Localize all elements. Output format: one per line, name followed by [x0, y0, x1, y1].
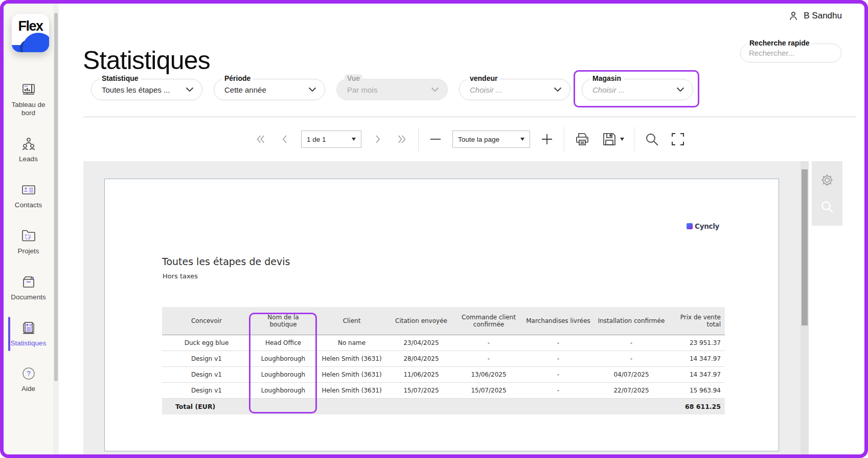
sidebar-item-projets[interactable]: Projets [4, 228, 53, 255]
active-indicator [8, 317, 10, 352]
table-cell: 15/07/2025 [454, 383, 523, 399]
next-page-icon [371, 133, 384, 146]
table-cell: No name [315, 335, 388, 351]
sidebar-item-documents[interactable]: Documents [4, 274, 53, 301]
filter-value: Cette année [224, 85, 304, 94]
column-header: Marchandises livrées [523, 307, 593, 335]
chevron-down-icon [431, 87, 439, 92]
zoom-select[interactable]: Toute la page [452, 130, 530, 148]
fullscreen-button[interactable] [669, 130, 687, 148]
chevron-down-icon [554, 87, 562, 92]
table-cell: - [593, 351, 669, 367]
table-cell: Helen Smith (3631) [315, 351, 388, 367]
filter-value: Toutes les étapes ... [102, 85, 181, 94]
table-cell: - [523, 351, 593, 367]
report-subtitle: Hors taxes [163, 272, 198, 280]
page-select-value: 1 de 1 [307, 136, 326, 143]
table-cell: 23/04/2025 [388, 335, 454, 351]
table-cell: Helen Smith (3631) [315, 383, 388, 399]
total-label: Total (EUR) [162, 399, 669, 415]
filter-vendeur[interactable]: vendeur Choisir ... [459, 79, 570, 100]
column-header: Installation confirmée [593, 307, 669, 335]
column-header: Client [315, 307, 388, 335]
table-cell: Loughborough [251, 351, 315, 367]
print-button[interactable] [573, 130, 591, 148]
zoom-in-button[interactable] [539, 131, 555, 147]
fullscreen-icon [670, 132, 686, 147]
user-name: B Sandhu [804, 11, 842, 21]
search-report-button[interactable] [643, 130, 660, 148]
user-menu[interactable]: B Sandhu [788, 10, 842, 21]
documents-icon [20, 274, 37, 290]
table-cell: Duck egg blue [162, 335, 251, 351]
report-canvas: Cyncly Toutes les étapes de devis Hors t… [83, 161, 801, 454]
table-cell: - [593, 335, 669, 351]
caret-down-icon [352, 138, 356, 141]
toolbar-separator [564, 127, 564, 151]
report-table: Concevoir Nom de la boutique Client Cita… [162, 307, 725, 415]
column-header: Citation envoyée [388, 307, 454, 335]
zoom-out-icon [428, 132, 443, 146]
save-icon [601, 131, 618, 147]
filter-label: Période [222, 74, 253, 82]
gear-icon[interactable] [819, 172, 835, 188]
page-select[interactable]: 1 de 1 [301, 130, 361, 148]
quick-search-label: Recherche rapide [747, 39, 812, 47]
filter-statistique[interactable]: Statistique Toutes les étapes ... [91, 79, 202, 100]
sidebar-item-label: Statistiques [9, 339, 49, 347]
table-cell: Design v1 [162, 383, 251, 399]
chevron-down-icon [308, 87, 316, 92]
cyncly-logo: Cyncly [687, 222, 719, 230]
filter-label: vendeur [467, 74, 500, 82]
first-page-button[interactable] [253, 132, 268, 147]
sidebar-item-leads[interactable]: Leads [4, 136, 53, 163]
report-viewer: 1 de 1 Toute la page [83, 117, 856, 454]
flex-logo[interactable]: Flex [12, 14, 49, 52]
table-cell: 22/07/2025 [593, 383, 669, 399]
cyncly-logo-icon [687, 223, 693, 229]
caret-down-icon [520, 138, 524, 141]
zoom-select-value: Toute la page [458, 136, 499, 143]
table-cell: 23 951.37 [669, 335, 725, 351]
filter-vue: Vue Par mois [336, 79, 448, 100]
table-cell: Loughborough [251, 367, 315, 383]
dashboard-icon [20, 81, 37, 98]
table-total-row: Total (EUR) 68 611.25 [162, 399, 725, 415]
table-cell: Design v1 [162, 367, 251, 383]
sidebar-item-contacts[interactable]: Contacts [4, 182, 53, 209]
app-scrollbar-thumb[interactable] [54, 13, 58, 381]
next-page-button[interactable] [370, 132, 385, 147]
flex-logo-text: Flex [12, 18, 49, 34]
sidebar-item-label: Aide [19, 385, 37, 393]
sidebar-item-label: Tableau de bord [4, 101, 53, 117]
filter-value: Par mois [347, 85, 427, 94]
previous-page-button[interactable] [277, 132, 292, 147]
sidebar-item-tableau-de-bord[interactable]: Tableau de bord [4, 81, 53, 117]
sidebar-item-aide[interactable]: ? Aide [4, 365, 53, 393]
report-title: Toutes les étapes de devis [162, 256, 290, 267]
filter-magasin[interactable]: Magasin Choisir ... [582, 79, 693, 100]
total-value: 68 611.25 [669, 399, 725, 415]
report-scrollbar [801, 161, 809, 454]
filter-periode[interactable]: Période Cette année [214, 79, 325, 100]
first-page-icon [254, 133, 267, 146]
last-page-button[interactable] [394, 132, 409, 147]
leads-icon [20, 136, 37, 152]
report-scrollbar-thumb[interactable] [802, 169, 808, 325]
svg-text:?: ? [27, 369, 31, 378]
report-page: Cyncly Toutes les étapes de devis Hors t… [104, 179, 779, 451]
table-cell: Head Office [251, 335, 315, 351]
save-button[interactable] [600, 130, 625, 148]
viewer-search-icon[interactable] [819, 199, 835, 214]
table-cell: - [523, 383, 593, 399]
magasin-annotation-wrap: Magasin Choisir ... [582, 79, 693, 100]
statistics-icon [20, 320, 37, 336]
column-header: Commande client confirmée [454, 307, 523, 335]
sidebar-item-label: Documents [9, 293, 48, 301]
last-page-icon [395, 133, 408, 146]
chevron-down-icon [186, 87, 194, 92]
flex-logo-shape [22, 33, 49, 52]
filter-bar: Statistique Toutes les étapes ... Périod… [91, 79, 693, 100]
sidebar-item-statistiques[interactable]: Statistiques [4, 320, 53, 347]
zoom-out-button[interactable] [427, 131, 444, 147]
